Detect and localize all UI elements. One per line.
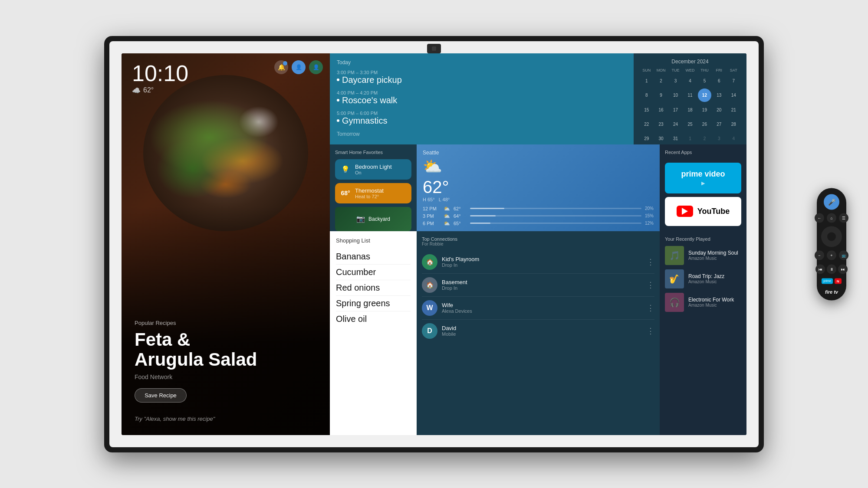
cal-day-26[interactable]: 26 (698, 118, 711, 131)
cal-day-29[interactable]: 29 (640, 132, 653, 145)
nav-ring[interactable] (821, 226, 842, 247)
vol-down-button[interactable]: − (815, 250, 824, 260)
cal-day-11[interactable]: 11 (683, 88, 697, 102)
cal-day-10[interactable]: 10 (669, 88, 682, 102)
recipe-background: 10:10 ☁️ 62° 🔔 👤 � (122, 53, 330, 435)
cal-day-30[interactable]: 30 (654, 132, 667, 145)
tv-button[interactable]: 📺 (839, 250, 848, 260)
cal-day-31[interactable]: 31 (669, 132, 682, 145)
cal-day-8[interactable]: 8 (640, 88, 653, 102)
profile-avatar[interactable]: 👤 (292, 60, 306, 74)
backyard-camera[interactable]: 📷 Backyard (335, 207, 411, 231)
rewind-button[interactable]: ⏮ (815, 264, 825, 274)
netflix-shortcut[interactable]: N (835, 278, 842, 284)
cal-day-14[interactable]: 14 (727, 88, 740, 102)
event-name-3: Gymnastics (337, 116, 627, 126)
rp-item-3[interactable]: 🎧 Electronic For Work Amazon Music (665, 293, 741, 312)
cal-day-28[interactable]: 28 (727, 118, 740, 131)
hour-icon-1: ⛅ (444, 206, 450, 212)
cal-day-22[interactable]: 22 (640, 118, 653, 131)
camera-dot (432, 46, 436, 51)
cal-day-13[interactable]: 13 (712, 88, 726, 102)
vol-up-button[interactable]: + (827, 250, 836, 260)
cal-day-2[interactable]: 2 (654, 74, 667, 88)
calendar-title: December 2024 (640, 59, 740, 65)
cal-day-17[interactable]: 17 (669, 103, 682, 116)
play-pause-button[interactable]: ⏸ (827, 264, 836, 274)
cal-day-6[interactable]: 6 (712, 74, 726, 88)
hour-time-2: 3 PM (423, 213, 440, 219)
profile-icons: 🔔 👤 👤 (274, 60, 323, 74)
cal-day-5[interactable]: 5 (698, 74, 711, 88)
mic-button[interactable]: 🎤 (824, 194, 839, 210)
cal-day-9[interactable]: 9 (654, 88, 667, 102)
event-dot-3 (337, 119, 339, 122)
cal-day-18[interactable]: 18 (683, 103, 697, 116)
hour-fill-1 (470, 208, 504, 209)
cal-day-20[interactable]: 20 (712, 103, 726, 116)
prime-shortcut[interactable]: prime (822, 278, 833, 284)
profile-avatar-2[interactable]: 👤 (309, 60, 323, 74)
conn-more-3[interactable]: ⋮ (647, 303, 654, 313)
cal-day-19[interactable]: 19 (698, 103, 711, 116)
cal-day-23[interactable]: 23 (654, 118, 667, 131)
remote-brand: fire tv (825, 289, 838, 294)
calendar-grid: 1234567891011121314151617181920212223242… (640, 74, 740, 146)
conn-avatar-2: 🏠 (422, 277, 437, 293)
home-button[interactable]: ⌂ (827, 213, 836, 223)
tv-screen: 10:10 ☁️ 62° 🔔 👤 � (122, 53, 746, 435)
prime-video-app[interactable]: prime video ▶ (665, 163, 741, 194)
calendar-days-header: SUN MON TUE WED THU FRI SAT (640, 68, 740, 72)
hour-pct-2: 15% (645, 213, 654, 218)
cal-day-16[interactable]: 16 (654, 103, 667, 116)
conn-more-2[interactable]: ⋮ (647, 280, 654, 290)
shopping-title: Shopping List (336, 237, 411, 244)
cal-trailing-3: 3 (712, 132, 726, 145)
cal-day-7[interactable]: 7 (727, 74, 740, 88)
shopping-item-3: Red onions (336, 280, 411, 296)
fire-tv-logo: fire tv (825, 289, 838, 294)
menu-button[interactable]: ☰ (839, 213, 848, 223)
bedroom-light-device[interactable]: 💡 Bedroom Light On (335, 159, 411, 180)
nav-center[interactable] (827, 232, 836, 241)
cal-day-21[interactable]: 21 (727, 103, 740, 116)
hour-bar-1 (470, 208, 641, 209)
cal-day-24[interactable]: 24 (669, 118, 682, 131)
prime-logo-area: prime video (681, 170, 725, 179)
scene: 10:10 ☁️ 62° 🔔 👤 � (9, 10, 859, 478)
youtube-app[interactable]: YouTube (665, 197, 741, 226)
cal-day-4[interactable]: 4 (683, 74, 697, 88)
smart-home-title: Smart Home Favorites (335, 150, 411, 155)
cal-day-27[interactable]: 27 (712, 118, 726, 131)
conn-more-1[interactable]: ⋮ (647, 257, 654, 267)
rp-info-1: Sunday Morning Soul Amazon Music (688, 250, 741, 261)
shopping-item-4: Spring greens (336, 296, 411, 311)
weather-hour-3: 6 PM ⛅ 65° 12% (423, 220, 654, 226)
save-recipe-button[interactable]: Save Recipe (135, 388, 187, 403)
notification-icon[interactable]: 🔔 (274, 60, 288, 74)
thermostat-device[interactable]: 68° Thermostat Heat to 72° (335, 183, 411, 203)
cal-day-25[interactable]: 25 (683, 118, 697, 131)
conn-info-2: Basement Drop In (442, 279, 642, 291)
rewind-row: ⏮ ⏸ ⏭ (815, 264, 848, 274)
cal-day-12[interactable]: 12 (698, 88, 711, 102)
connection-item-2[interactable]: 🏠 Basement Drop In ⋮ (422, 274, 654, 297)
cal-day-3[interactable]: 3 (669, 74, 682, 88)
connection-item-3[interactable]: W Wife Alexa Devices ⋮ (422, 297, 654, 320)
back-button[interactable]: ← (815, 213, 824, 223)
cal-day-1[interactable]: 1 (640, 74, 653, 88)
event-item-3: 5:00 PM – 6:00 PM Gymnastics (337, 111, 627, 126)
rp-item-1[interactable]: 🎵 Sunday Morning Soul Amazon Music (665, 246, 741, 265)
weather-temp: 62° (423, 177, 654, 197)
rp-item-2[interactable]: 🎷 Road Trip: Jazz Amazon Music (665, 269, 741, 288)
bottom-section: Shopping List Bananas Cucumber Red onion… (330, 231, 746, 435)
conn-avatar-3: W (422, 300, 437, 316)
thermostat-temp: 68° (340, 188, 351, 198)
thermostat-info: Thermostat Heat to 72° (355, 187, 406, 199)
connection-item-1[interactable]: 🏠 Kid's Playroom Drop In ⋮ (422, 251, 654, 274)
connection-item-4[interactable]: D David Mobile ⋮ (422, 320, 654, 342)
clock-display: 10:10 (132, 62, 188, 85)
cal-day-15[interactable]: 15 (640, 103, 653, 116)
fast-forward-button[interactable]: ⏭ (838, 264, 848, 274)
conn-more-4[interactable]: ⋮ (647, 326, 654, 336)
